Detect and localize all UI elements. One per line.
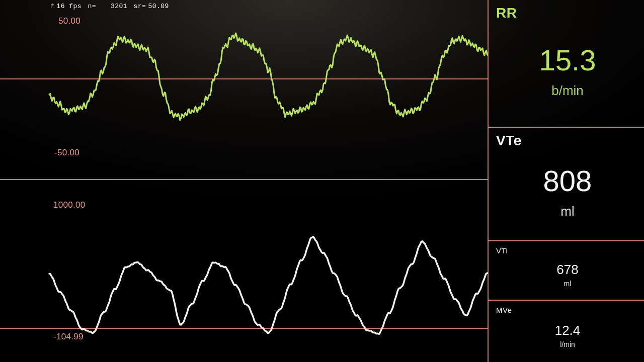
sr-value: 50.09	[148, 3, 169, 10]
tile-VTI-label: VTi	[496, 246, 639, 255]
tile-VTI: VTi 678 ml	[488, 241, 644, 301]
cursor-icon: ↱	[50, 3, 54, 10]
tile-MVe-value: 12.4	[555, 324, 581, 337]
tile-VTe-label: VTe	[496, 133, 639, 149]
volume-ytick-top: 1000.00	[53, 200, 86, 210]
flow-chart: 50.00 -50.00	[0, 0, 488, 181]
tile-VTI-unit: ml	[564, 280, 572, 288]
tile-MVe-unit: l/min	[560, 340, 575, 348]
tile-RR-unit: b/min	[551, 83, 584, 99]
fps-readout: 16 fps	[56, 3, 82, 10]
n-label: n=	[88, 3, 96, 10]
tile-RR: RR 15.3 b/min	[488, 0, 644, 128]
flow-ytick-bottom: -50.00	[54, 148, 79, 158]
numeric-panel: RR 15.3 b/min VTe 808 ml VTi 678 ml MVe …	[488, 0, 644, 362]
tile-VTI-value: 678	[556, 263, 578, 277]
tile-VTe-unit: ml	[560, 204, 574, 219]
waveform-area: 50.00 -50.00 1000.00 -104.99	[0, 0, 488, 362]
volume-ytick-bottom: -104.99	[53, 332, 84, 342]
tile-RR-label: RR	[496, 5, 639, 21]
tile-MVe-label: MVe	[496, 306, 639, 314]
monitor-screen: ↱16 fps n= 3201 sr=50.09 50.00 -50.00 10…	[0, 0, 644, 362]
sr-label: sr=	[134, 3, 146, 10]
tile-VTe: VTe 808 ml	[488, 128, 644, 241]
tile-RR-value: 15.3	[539, 45, 596, 76]
n-value: 3201	[111, 3, 127, 10]
tile-MVe: MVe 12.4 l/min	[488, 301, 644, 362]
volume-chart: 1000.00 -104.99	[0, 181, 488, 362]
tile-VTe-value: 808	[543, 166, 592, 197]
flow-ytick-top: 50.00	[58, 16, 80, 26]
status-bar: ↱16 fps n= 3201 sr=50.09	[50, 2, 171, 10]
